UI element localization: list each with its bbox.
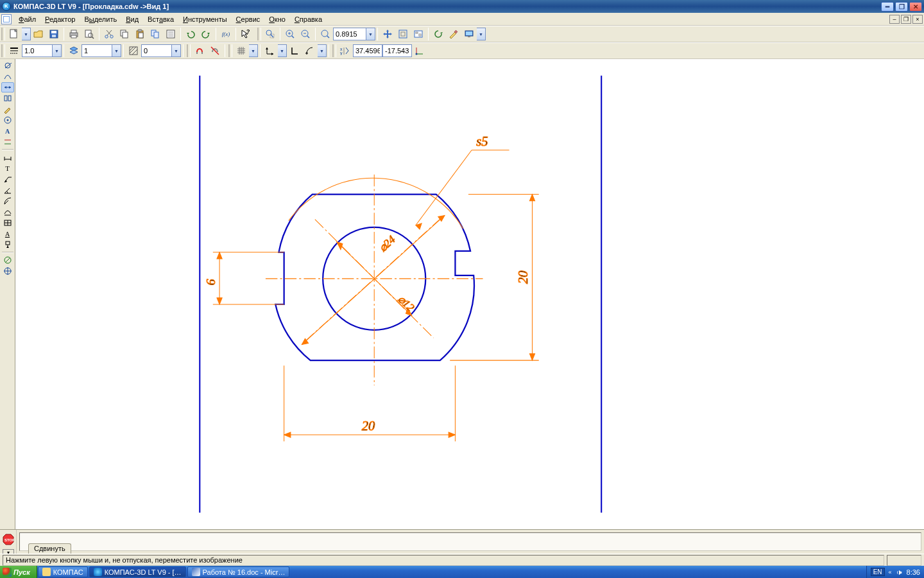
app-icon: K: [2, 2, 11, 11]
refresh-button[interactable]: [431, 27, 445, 41]
svg-rect-3: [52, 35, 56, 37]
open-button[interactable]: [31, 27, 46, 41]
ortho-button[interactable]: [287, 44, 302, 58]
menu-view[interactable]: Вид: [121, 14, 143, 24]
drawing-svg: s5 20 20 6: [15, 59, 924, 60]
titlebar: K КОМПАС-3D LT V9 - [Прокладка.cdw ->Вид…: [0, 0, 924, 13]
save-button[interactable]: [47, 27, 61, 41]
y-coord-input[interactable]: [382, 44, 412, 57]
toolbar-grip[interactable]: [228, 44, 232, 57]
undo-button[interactable]: [184, 27, 198, 41]
svg-rect-6: [71, 35, 76, 38]
round-dropdown[interactable]: ▼: [318, 44, 327, 57]
toolbars: ▼ f(x) ? ▼ ▼: [0, 26, 924, 60]
coord-mode-button[interactable]: xy: [338, 44, 352, 58]
hatch-style-button[interactable]: [126, 44, 141, 58]
svg-line-32: [292, 36, 295, 39]
snap-off-button[interactable]: [208, 44, 222, 58]
zoom-actual-button[interactable]: [318, 27, 332, 41]
grid-dropdown[interactable]: ▼: [249, 44, 258, 57]
zoom-input[interactable]: [333, 28, 366, 40]
svg-rect-15: [123, 32, 128, 38]
paste-button[interactable]: [133, 27, 147, 41]
line-style-button[interactable]: [7, 44, 21, 58]
maximize-button[interactable]: ❐: [895, 2, 908, 12]
zoom-all-button[interactable]: [411, 27, 425, 41]
properties-button[interactable]: [164, 27, 178, 41]
style-dropdown[interactable]: ▼: [172, 44, 181, 57]
close-button[interactable]: ✕: [909, 2, 922, 12]
round-button[interactable]: [303, 44, 317, 58]
vars-button[interactable]: f(x): [219, 27, 233, 41]
svg-point-64: [416, 53, 418, 55]
help-cursor-button[interactable]: ?: [239, 27, 253, 41]
pan-button[interactable]: [381, 27, 395, 41]
snap-on-button[interactable]: [193, 44, 207, 58]
svg-rect-5: [71, 30, 76, 33]
svg-rect-45: [466, 31, 472, 35]
zoom-fit-button[interactable]: [396, 27, 410, 41]
display-dropdown[interactable]: ▼: [477, 28, 486, 40]
zoom-window-button[interactable]: [263, 27, 277, 41]
drawing-canvas[interactable]: s5 20 20 6: [15, 59, 924, 60]
grid-button[interactable]: [234, 44, 248, 58]
svg-point-26: [266, 30, 271, 35]
layer-button[interactable]: [67, 44, 81, 58]
mdi-restore-button[interactable]: ❐: [901, 15, 911, 24]
menu-tools[interactable]: Инструменты: [178, 14, 232, 24]
svg-text:y: y: [340, 51, 343, 55]
zoom-dropdown[interactable]: ▼: [366, 28, 375, 40]
toolbar-grip[interactable]: [1, 28, 5, 40]
ucs-button[interactable]: [413, 44, 427, 58]
toolbar-grip[interactable]: [332, 44, 336, 57]
mdi-minimize-button[interactable]: –: [889, 15, 900, 24]
svg-line-13: [107, 30, 111, 35]
lcs-dropdown[interactable]: ▼: [278, 44, 287, 57]
menu-insert[interactable]: Вставка: [143, 14, 178, 24]
svg-rect-55: [201, 52, 203, 54]
menu-edit[interactable]: Редактор: [40, 14, 80, 24]
toolbar-row-1: ▼ f(x) ? ▼ ▼: [0, 26, 924, 42]
svg-rect-46: [468, 36, 470, 37]
svg-rect-18: [139, 33, 143, 38]
window-title: КОМПАС-3D LT V9 - [Прокладка.cdw ->Вид 1…: [13, 3, 881, 10]
line-weight-input[interactable]: [22, 44, 53, 57]
svg-text:?: ?: [246, 29, 250, 35]
menu-service[interactable]: Сервис: [232, 14, 265, 24]
new-button[interactable]: [7, 27, 21, 41]
svg-rect-39: [401, 32, 405, 36]
menubar: Файл Редактор Выделить Вид Вставка Инстр…: [0, 13, 924, 26]
preview-button[interactable]: [82, 27, 96, 41]
menu-help[interactable]: Справка: [290, 14, 327, 24]
zoom-in-button[interactable]: [283, 27, 297, 41]
menu-file[interactable]: Файл: [14, 14, 40, 24]
compact-panel: A T A: [0, 59, 15, 60]
toolbar-grip[interactable]: [187, 44, 191, 57]
minimize-button[interactable]: ━: [881, 2, 894, 12]
new-dropdown[interactable]: ▼: [22, 28, 31, 40]
svg-rect-17: [138, 30, 142, 31]
svg-rect-38: [399, 30, 407, 38]
duplicate-button[interactable]: [148, 27, 162, 41]
redo-button[interactable]: [199, 27, 213, 41]
print-button[interactable]: [67, 27, 81, 41]
menu-window[interactable]: Окно: [264, 14, 290, 24]
line-weight-dropdown[interactable]: ▼: [53, 44, 62, 57]
cut-button[interactable]: [102, 27, 116, 41]
zoom-out-button[interactable]: [298, 27, 312, 41]
svg-line-27: [271, 35, 273, 37]
svg-rect-20: [154, 32, 158, 38]
x-coord-input[interactable]: [353, 44, 382, 57]
layer-dropdown[interactable]: ▼: [112, 44, 121, 57]
copy-button[interactable]: [117, 27, 132, 41]
redraw-button[interactable]: [447, 27, 461, 41]
mdi-close-button[interactable]: ×: [912, 15, 923, 24]
toolbar-grip[interactable]: [1, 44, 5, 57]
layer-input[interactable]: [81, 44, 112, 57]
style-input[interactable]: [141, 44, 172, 57]
toolbar-grip[interactable]: [257, 28, 261, 40]
svg-line-9: [92, 37, 94, 39]
lcs-button[interactable]: [263, 44, 277, 58]
menu-select[interactable]: Выделить: [80, 14, 121, 24]
display-button[interactable]: [462, 27, 476, 41]
